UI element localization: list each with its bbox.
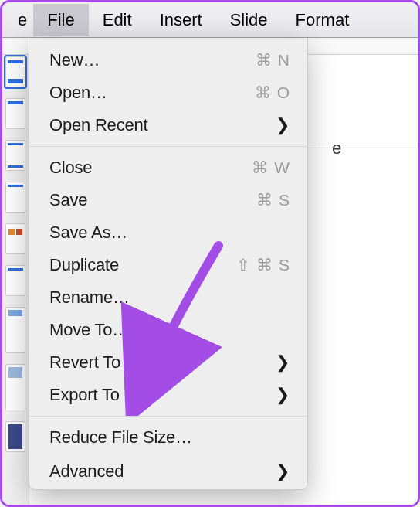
menu-item-advanced[interactable]: Advanced ❯: [29, 454, 307, 483]
menu-item-export-to[interactable]: Export To ❯: [29, 379, 307, 411]
menubar-item-format[interactable]: Format: [282, 4, 364, 36]
slide-thumbnail[interactable]: [5, 223, 25, 254]
menu-item-save[interactable]: Save ⌘ S: [29, 184, 307, 216]
menu-item-revert-to[interactable]: Revert To ❯: [29, 346, 307, 379]
file-dropdown-menu: New… ⌘ N Open… ⌘ O Open Recent ❯ Close ⌘…: [29, 38, 308, 490]
slide-thumbnail[interactable]: [5, 56, 25, 87]
menubar: e File Edit Insert Slide Format: [2, 2, 418, 38]
shortcut-text: ⌘ O: [255, 83, 290, 102]
menubar-item-edit[interactable]: Edit: [89, 4, 146, 36]
menu-item-new[interactable]: New… ⌘ N: [29, 44, 307, 77]
menu-item-duplicate[interactable]: Duplicate ⇧ ⌘ S: [29, 249, 307, 281]
slide-thumbnail[interactable]: [5, 98, 25, 129]
menu-separator: [29, 416, 307, 417]
shortcut-text: ⌘ S: [256, 191, 290, 209]
slide-thumbnail[interactable]: [5, 364, 25, 410]
thumbnail-rail: [2, 55, 29, 505]
shortcut-text: ⇧ ⌘ S: [236, 256, 290, 274]
menu-separator: [29, 146, 307, 147]
slide-thumbnail[interactable]: [5, 182, 25, 213]
menubar-item-slide[interactable]: Slide: [216, 4, 282, 36]
menubar-prev-fragment: e: [12, 10, 33, 30]
canvas-text-fragment: e: [332, 138, 341, 158]
chevron-right-icon: ❯: [276, 385, 290, 405]
slide-thumbnail[interactable]: [5, 421, 25, 452]
slide-thumbnail[interactable]: [5, 140, 25, 171]
chevron-right-icon: ❯: [276, 461, 290, 481]
menu-item-open-recent[interactable]: Open Recent ❯: [29, 109, 307, 141]
menubar-item-file[interactable]: File: [33, 4, 88, 36]
menu-item-rename[interactable]: Rename…: [29, 281, 307, 314]
menu-item-open[interactable]: Open… ⌘ O: [29, 77, 307, 109]
shortcut-text: ⌘ W: [252, 158, 290, 177]
slide-thumbnail[interactable]: [5, 265, 25, 296]
chevron-right-icon: ❯: [276, 352, 290, 373]
menu-item-move-to[interactable]: Move To…: [29, 314, 307, 346]
menu-item-save-as[interactable]: Save As…: [29, 216, 307, 249]
menu-item-reduce-file-size[interactable]: Reduce File Size…: [29, 421, 307, 454]
chevron-right-icon: ❯: [276, 115, 290, 135]
menubar-item-insert[interactable]: Insert: [146, 4, 216, 36]
slide-thumbnail[interactable]: [5, 307, 25, 353]
shortcut-text: ⌘ N: [256, 51, 290, 70]
menu-item-close[interactable]: Close ⌘ W: [29, 151, 307, 184]
